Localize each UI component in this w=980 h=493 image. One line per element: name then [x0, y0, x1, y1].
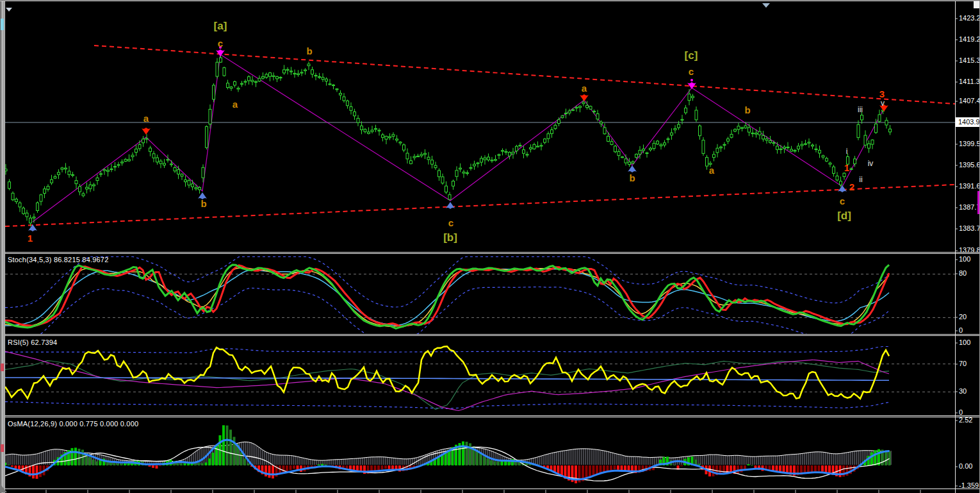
osma-axis-label: -1.359 — [959, 481, 979, 489]
stoch-lower-band — [5, 287, 889, 335]
price-axis-label: 1423.2 — [959, 14, 980, 22]
window-left-border — [0, 1, 4, 493]
wave-label: 1 — [844, 162, 849, 173]
osma-panel — [4, 425, 891, 483]
stoch-indicator-label: Stoch(34,5,3) 86.8215 84.9672 — [8, 256, 108, 263]
wave-label: [b] — [443, 231, 457, 244]
price-axis-label: 1391.6 — [959, 182, 980, 190]
osma-axis-label: 2.52 — [959, 416, 972, 424]
wave-label: i — [846, 147, 848, 156]
main-price-panel — [5, 46, 955, 226]
price-axis-label: 1395.6 — [959, 161, 980, 169]
wave-label: c — [218, 38, 223, 49]
osma-axis-label: 0.00 — [959, 462, 972, 470]
chart-shift-marker-icon[interactable] — [762, 3, 770, 8]
rsi-green-line — [5, 361, 889, 410]
sell-arrow-icon — [142, 128, 151, 135]
stoch-axis-label: 100 — [959, 255, 970, 263]
wave-label: a — [143, 113, 149, 124]
wave-label: b — [200, 198, 206, 209]
stoch-axis-label: 0 — [959, 326, 963, 334]
left-border-marker-cyan — [1, 19, 4, 30]
price-axis-label: 1415.3 — [959, 56, 980, 64]
wave-label: a — [233, 99, 238, 110]
wave-marker-arrow-icon — [687, 79, 696, 89]
wave-label: [d] — [837, 210, 851, 222]
rsi-axis-label: 0 — [959, 408, 963, 416]
price-axis-label: 1419.2 — [959, 35, 980, 43]
left-border-marker-red1 — [1, 363, 4, 371]
axis-scroll-fragment — [977, 191, 979, 214]
axis-border — [955, 1, 956, 493]
left-border-marker-red2 — [1, 444, 4, 452]
rsi-axis-label: 30 — [959, 387, 967, 395]
rsi-indicator-label: RSI(5) 62.7394 — [8, 338, 57, 346]
chart-dropdown-marker-icon[interactable] — [6, 8, 12, 12]
stoch-axis-label: 80 — [959, 269, 967, 277]
osma-indicator-label: OsMA(12,26,9) 0.000 0.775 0.000 0.000 — [8, 420, 138, 428]
wave-label: b — [629, 172, 635, 183]
price-axis-label: 1411.3 — [959, 78, 980, 85]
price-axis-label: 1399.5 — [959, 140, 980, 147]
wave-label: [c] — [685, 49, 698, 62]
wave-label: 3 — [879, 88, 885, 99]
wave-label: ii — [859, 175, 862, 184]
wave-label: a — [709, 165, 715, 176]
rsi-axis-label: 70 — [959, 360, 967, 367]
chart-canvas[interactable]: 1abc[a]abc[b]abc[c]abi1ii2iiiivv3c[d] — [0, 1, 980, 493]
zigzag-line — [33, 54, 883, 222]
candlestick-series — [4, 53, 892, 226]
wave-label: 1 — [28, 233, 33, 244]
wave-label: c — [448, 217, 453, 228]
wave-label: b — [744, 104, 750, 115]
lower-trendline — [5, 185, 955, 226]
rsi-main-line — [5, 346, 889, 399]
sell-arrow-icon — [580, 94, 589, 101]
wave-label: 2 — [849, 181, 854, 192]
rsi-axis-label: 100 — [959, 338, 970, 346]
wave-label: a — [582, 83, 587, 94]
window-top-border — [0, 1, 980, 1]
stoch-panel — [5, 257, 955, 335]
wave-label: [a] — [214, 20, 227, 32]
wave-label: c — [840, 196, 845, 206]
stoch-axis-label: 20 — [959, 313, 967, 321]
wave-label: c — [689, 66, 694, 77]
wave-label: v — [881, 99, 885, 108]
wave-label: iv — [868, 159, 874, 168]
mt4-chart-window: 1abc[a]abc[b]abc[c]abi1ii2iiiivv3c[d] St… — [0, 0, 980, 493]
price-axis-label: 1379.8 — [959, 246, 980, 254]
wave-label: b — [306, 46, 312, 56]
wave-label: iii — [858, 105, 863, 114]
price-axis-label: 1407.4 — [959, 97, 980, 104]
current-price-tag: 1403.9 — [956, 117, 980, 127]
rsi-panel — [5, 346, 955, 410]
price-axis-label: 1383.7 — [959, 224, 980, 232]
buy-arrow-icon — [446, 202, 455, 209]
rsi-magenta-line — [5, 351, 889, 410]
